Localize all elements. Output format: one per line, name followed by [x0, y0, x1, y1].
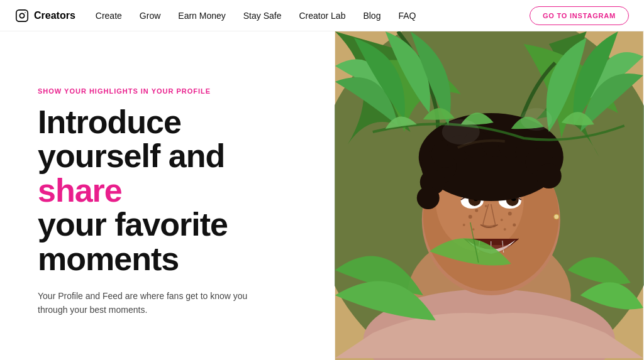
nav-item-create[interactable]: Create	[96, 11, 122, 21]
svg-point-13	[463, 224, 465, 226]
svg-point-46	[442, 119, 480, 145]
navbar-cta: GO TO INSTAGRAM	[530, 6, 629, 25]
svg-point-20	[504, 228, 506, 231]
svg-point-1	[19, 13, 24, 18]
svg-point-2	[25, 12, 25, 13]
svg-rect-0	[16, 9, 28, 21]
svg-point-14	[508, 212, 512, 215]
hero-subtext: Your Profile and Feed are where fans get…	[38, 289, 277, 317]
svg-point-15	[501, 219, 503, 221]
hero-eyebrow: SHOW YOUR HIGHLIGHTS IN YOUR PROFILE	[38, 87, 304, 95]
svg-point-44	[417, 187, 440, 209]
nav-item-earn-money[interactable]: Earn Money	[178, 11, 225, 21]
hero-image	[335, 31, 644, 360]
svg-point-32	[554, 214, 559, 219]
nav-item-faq[interactable]: FAQ	[398, 11, 416, 21]
hero-image-panel	[335, 31, 644, 360]
brand-label: Creators	[34, 10, 75, 21]
hero-headline: Introduce yourself and shareyour favorit…	[38, 105, 304, 276]
svg-point-11	[469, 215, 472, 219]
svg-point-19	[472, 228, 475, 231]
nav-item-blog[interactable]: Blog	[363, 11, 380, 21]
hero-left-panel: SHOW YOUR HIGHLIGHTS IN YOUR PROFILE Int…	[0, 31, 335, 360]
svg-point-42	[536, 163, 562, 188]
nav-item-creator-lab[interactable]: Creator Lab	[299, 11, 345, 21]
svg-point-17	[485, 205, 487, 207]
go-to-instagram-button[interactable]: GO TO INSTAGRAM	[530, 6, 629, 25]
nav-item-grow[interactable]: Grow	[140, 11, 160, 21]
navbar: Creators Create Grow Earn Money Stay Saf…	[0, 0, 644, 31]
main-content: SHOW YOUR HIGHLIGHTS IN YOUR PROFILE Int…	[0, 31, 644, 360]
headline-text-2: your favoritemoments	[38, 206, 228, 277]
svg-point-12	[475, 209, 479, 212]
brand-logo[interactable]: Creators	[15, 9, 75, 23]
headline-text-1: Introduce yourself and	[38, 104, 225, 175]
svg-point-47	[521, 108, 552, 131]
nav-item-stay-safe[interactable]: Stay Safe	[243, 11, 282, 21]
nav-links: Create Grow Earn Money Stay Safe Creator…	[96, 11, 530, 21]
svg-point-16	[513, 224, 516, 227]
instagram-logo-icon	[15, 9, 29, 23]
headline-highlight: share	[38, 172, 122, 209]
